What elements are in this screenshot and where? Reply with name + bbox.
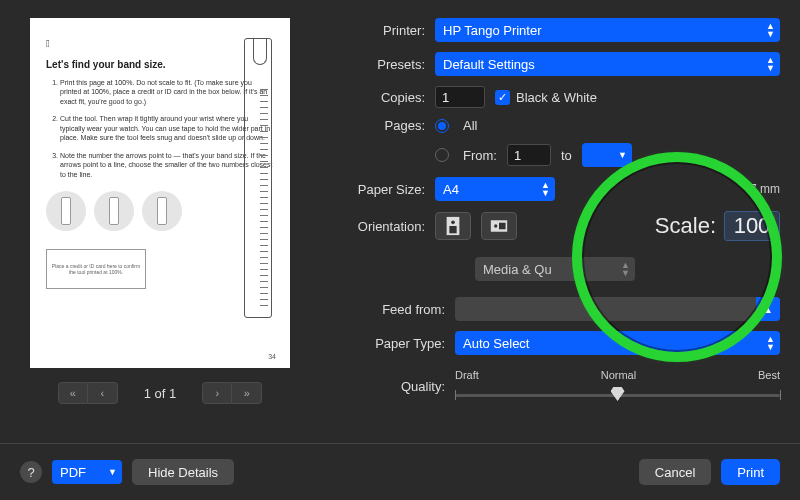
chevron-updown-icon: ▲▼	[766, 56, 775, 72]
slider-thumb-icon	[611, 387, 625, 401]
pager-first-button[interactable]: «	[58, 382, 88, 404]
pager-next-button[interactable]: ›	[202, 382, 232, 404]
print-dialog:  Let's find your band size. Print this …	[0, 0, 800, 500]
preview-step: Print this page at 100%. Do not scale to…	[60, 78, 274, 106]
preview-step: Note the number the arrows point to — th…	[60, 151, 274, 179]
chevron-updown-icon: ▲▼	[541, 181, 550, 197]
chevron-updown-icon: ▲▼	[621, 261, 630, 277]
preview-illustrations	[46, 191, 274, 231]
feed-from-select[interactable]	[455, 297, 780, 321]
quality-mark-best: Best	[758, 369, 780, 381]
svg-rect-5	[499, 223, 506, 230]
preview-column:  Let's find your band size. Print this …	[20, 18, 300, 404]
preview-pager: « ‹ 1 of 1 › »	[58, 382, 263, 404]
pages-to-label: to	[561, 148, 572, 163]
black-white-checkbox[interactable]: ✓ Black & White	[495, 90, 597, 105]
copies-input[interactable]	[435, 86, 485, 108]
paper-size-label: Paper Size:	[330, 182, 425, 197]
section-select[interactable]: Media & Qu	[475, 257, 635, 281]
chevron-updown-icon: ▲▼	[766, 22, 775, 38]
scale-label: Scale:	[655, 213, 716, 239]
paper-size-dimensions: 7 mm	[750, 182, 780, 196]
presets-select[interactable]: Default Settings	[435, 52, 780, 76]
svg-point-1	[451, 221, 455, 225]
quality-slider[interactable]	[455, 385, 780, 403]
preview-page:  Let's find your band size. Print this …	[30, 18, 290, 368]
print-button[interactable]: Print	[721, 459, 780, 485]
check-icon: ✓	[495, 90, 510, 105]
hide-details-button[interactable]: Hide Details	[132, 459, 234, 485]
pager-count: 1 of 1	[144, 386, 177, 401]
help-button[interactable]: ?	[20, 461, 42, 483]
preview-step: Cut the tool. Then wrap it tightly aroun…	[60, 114, 274, 142]
pages-all-radio[interactable]	[435, 119, 449, 133]
orientation-landscape-button[interactable]	[481, 212, 517, 240]
pages-from-input[interactable]	[507, 144, 551, 166]
chevron-down-icon: ▼	[108, 468, 117, 476]
pages-all-label: All	[463, 118, 477, 133]
apple-logo-icon: 	[46, 38, 274, 49]
pages-from-label: From:	[463, 148, 497, 163]
black-white-label: Black & White	[516, 90, 597, 105]
feed-from-label: Feed from:	[330, 302, 445, 317]
quality-label: Quality:	[330, 379, 445, 394]
pdf-menu[interactable]: PDF	[52, 460, 122, 484]
paper-type-select[interactable]: Auto Select	[455, 331, 780, 355]
presets-label: Presets:	[330, 57, 425, 72]
preview-ruler	[244, 38, 272, 318]
pager-prev-button[interactable]: ‹	[88, 382, 118, 404]
pages-label: Pages:	[330, 118, 425, 133]
scale-input[interactable]	[724, 211, 780, 241]
quality-mark-draft: Draft	[455, 369, 479, 381]
print-options: Printer: HP Tango Printer ▲▼ Presets: De…	[330, 18, 780, 404]
pages-range-radio[interactable]	[435, 148, 449, 162]
portrait-icon	[444, 216, 462, 236]
preview-card-box: Place a credit or ID card here to confir…	[46, 249, 146, 289]
orientation-portrait-button[interactable]	[435, 212, 471, 240]
dialog-footer: ? PDF ▼ Hide Details Cancel Print	[0, 444, 800, 500]
printer-select[interactable]: HP Tango Printer	[435, 18, 780, 42]
orientation-label: Orientation:	[330, 219, 425, 234]
landscape-icon	[490, 216, 508, 236]
chevron-up-icon: ▲	[756, 297, 780, 321]
pages-to-select[interactable]	[582, 143, 632, 167]
paper-type-label: Paper Type:	[330, 336, 445, 351]
cancel-button[interactable]: Cancel	[639, 459, 711, 485]
preview-heading: Let's find your band size.	[46, 59, 274, 70]
quality-mark-normal: Normal	[601, 369, 636, 381]
chevron-down-icon: ▼	[618, 151, 627, 159]
pager-last-button[interactable]: »	[232, 382, 262, 404]
preview-page-number: 34	[268, 353, 276, 360]
chevron-updown-icon: ▲▼	[766, 335, 775, 351]
printer-label: Printer:	[330, 23, 425, 38]
svg-point-4	[494, 224, 497, 227]
copies-label: Copies:	[330, 90, 425, 105]
svg-rect-2	[449, 226, 456, 233]
paper-size-select[interactable]: A4	[435, 177, 555, 201]
